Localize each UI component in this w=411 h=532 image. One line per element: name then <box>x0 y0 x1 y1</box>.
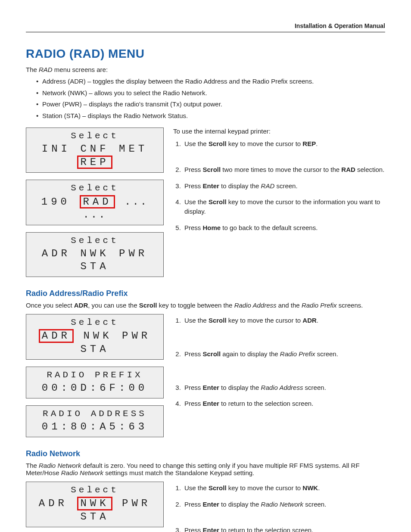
step: Press Enter to return to the selection s… <box>183 397 385 414</box>
lcd-panel: Select 190 RAD ... ... <box>26 180 164 225</box>
lead-text: To use the internal keypad printer: <box>173 128 385 135</box>
block-1: Select INI CNF MET REP Select 190 RAD ..… <box>26 128 385 277</box>
lcd-selected: REP <box>77 156 112 169</box>
intro-ital: RAD <box>39 66 53 73</box>
sec3-intro: The Radio Network default is zero. You n… <box>26 462 385 476</box>
step: Press Scroll two more times to move the … <box>183 163 385 180</box>
lcd-line1: Select <box>30 235 160 246</box>
step: Use the Scroll key to move the cursor to… <box>183 314 385 348</box>
lcd-selected: RAD <box>80 195 115 208</box>
bullet-item: Network (NWK) – allows you to select the… <box>36 87 385 99</box>
subheading: Radio Address/Radio Prefix <box>26 289 385 298</box>
block-2: Select ADR NWK PWR STA RADIO PREFIX 00:0… <box>26 314 385 437</box>
text-column: Use the Scroll key to move the cursor to… <box>173 314 385 414</box>
page-title: RADIO (RAD) MENU <box>26 47 385 61</box>
lcd-line2: ADR NWK PWR STA <box>30 329 160 355</box>
lcd-line2: 00:0D:6F:00 <box>30 382 160 395</box>
lcd-panel: Select ADR NWK PWR STA <box>26 482 164 527</box>
lcd-panel: Select ADR NWK PWR STA <box>26 232 164 277</box>
step: Press Enter to display the RAD screen. <box>183 180 385 196</box>
step: Press Home to go back to the default scr… <box>183 221 385 238</box>
lcd-line1: Select <box>30 183 160 194</box>
lcd-line2: 01:80:A5:63 <box>30 420 160 433</box>
lcd-line2: INI CNF MET REP <box>30 143 160 169</box>
sec2-intro: Once you select ADR, you can use the Scr… <box>26 302 385 309</box>
lcd-text <box>115 196 125 208</box>
lcd-line2: ADR NWK PWR STA <box>30 247 160 273</box>
lcd-line1: Select <box>30 485 160 496</box>
lcd-line1: Select <box>30 317 160 328</box>
step: Press Scroll again to display the Radio … <box>183 348 385 381</box>
bullet-item: Station (STA) – displays the Radio Netwo… <box>36 110 385 122</box>
intro-post: menu screens are: <box>53 66 108 73</box>
lcd-selected: ADR <box>39 329 74 342</box>
step: Use the Scroll key to move the cursor to… <box>183 482 385 498</box>
lcd-text: 190 <box>41 196 80 208</box>
lcd-line1: Select <box>30 131 160 142</box>
lcd-panel: RADIO PREFIX 00:0D:6F:00 <box>26 367 164 398</box>
step: Press Enter to display the Radio Address… <box>183 381 385 398</box>
lcd-panel: Select INI CNF MET REP <box>26 128 164 173</box>
step: Use the Scroll key to move the cursor to… <box>183 196 385 221</box>
text-column: To use the internal keypad printer: Use … <box>173 128 385 238</box>
lcd-column: Select INI CNF MET REP Select 190 RAD ..… <box>26 128 164 277</box>
bullet-item: Power (PWR) – displays the radio's trans… <box>36 99 385 110</box>
lcd-column: Select ADR NWK PWR STA RADIO PREFIX 00:0… <box>26 314 164 437</box>
lcd-text: INI CNF MET <box>42 143 148 155</box>
steps-list: Use the Scroll key to move the cursor to… <box>173 482 385 532</box>
bullet-list: Address (ADR) – toggles the display betw… <box>26 76 385 121</box>
lcd-line1: RADIO PREFIX <box>30 370 160 381</box>
text-column: Use the Scroll key to move the cursor to… <box>173 482 385 532</box>
lcd-column: Select ADR NWK PWR STA RADIO NETWORK 0-- <box>26 482 164 532</box>
intro-pre: The <box>26 66 39 73</box>
step: Press Enter to display the Radio Network… <box>183 498 385 524</box>
steps-list: Use the Scroll key to move the cursor to… <box>173 137 385 238</box>
intro-line: The RAD menu screens are: <box>26 66 385 73</box>
running-header: Installation & Operation Manual <box>26 22 385 32</box>
subheading: Radio Network <box>26 449 385 458</box>
lcd-selected: NWK <box>77 497 112 510</box>
page: Installation & Operation Manual RADIO (R… <box>0 0 411 532</box>
lcd-line1: RADIO ADDRESS <box>30 408 160 420</box>
step: Use the Scroll key to move the cursor to… <box>183 137 385 163</box>
lcd-line2: ADR NWK PWR STA <box>30 497 160 523</box>
lcd-panel: Select ADR NWK PWR STA <box>26 314 164 359</box>
block-3: Select ADR NWK PWR STA RADIO NETWORK 0--… <box>26 482 385 532</box>
steps-list: Use the Scroll key to move the cursor to… <box>173 314 385 414</box>
step: Press Enter to return to the selection s… <box>183 524 385 532</box>
lcd-line2: 190 RAD ... ... <box>30 195 160 221</box>
lcd-text: NWK PWR STA <box>74 330 151 355</box>
lcd-text: ADR <box>39 498 78 509</box>
bullet-item: Address (ADR) – toggles the display betw… <box>36 76 385 87</box>
lcd-panel: RADIO ADDRESS 01:80:A5:63 <box>26 405 164 437</box>
